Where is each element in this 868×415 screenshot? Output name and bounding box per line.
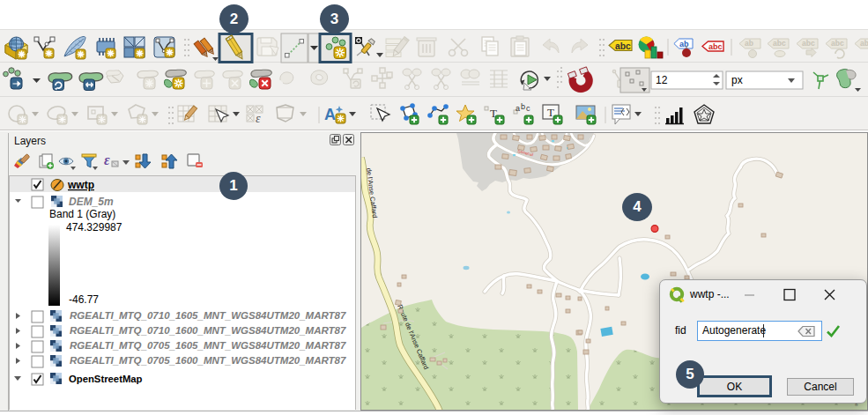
svg-text:-46.77: -46.77 (69, 293, 99, 306)
svg-text:474.329987: 474.329987 (66, 221, 122, 233)
svg-text:c: c (526, 104, 530, 113)
svg-text:A: A (324, 106, 336, 123)
svg-text:abc: abc (615, 41, 631, 51)
svg-text:px: px (731, 74, 743, 86)
svg-text:b: b (521, 102, 525, 111)
svg-text:RGEALTI_MTQ_0705_1600_MNT_WGS8: RGEALTI_MTQ_0705_1600_MNT_WGS84UTM20_MAR… (70, 355, 346, 366)
svg-text:wwtp: wwtp (67, 179, 94, 191)
svg-text:abc: abc (802, 39, 815, 48)
svg-text:ab: ab (860, 39, 868, 48)
svg-text:Band 1 (Gray): Band 1 (Gray) (49, 208, 115, 220)
svg-text:abc: abc (708, 42, 723, 51)
svg-text:a: a (516, 104, 520, 113)
svg-text:abc: abc (831, 39, 844, 48)
svg-text:RGEALTI_MTQ_0710_1600_MNT_WGS8: RGEALTI_MTQ_0710_1600_MNT_WGS84UTM20_MAR… (70, 325, 346, 336)
svg-text:ε: ε (256, 112, 261, 125)
svg-text:ab: ab (745, 39, 753, 48)
svg-text:RGEALTI_MTQ_0705_1605_MNT_WGS8: RGEALTI_MTQ_0705_1605_MNT_WGS84UTM20_MAR… (70, 340, 346, 351)
svg-text:12: 12 (656, 74, 668, 86)
svg-text:RGEALTI_MTQ_0710_1605_MNT_WGS8: RGEALTI_MTQ_0710_1605_MNT_WGS84UTM20_MAR… (70, 310, 346, 321)
svg-text:abc: abc (773, 39, 786, 48)
svg-text:ab: ab (679, 40, 689, 48)
svg-text:DEM_5m: DEM_5m (69, 196, 114, 208)
svg-text:OpenStreetMap: OpenStreetMap (69, 374, 143, 384)
